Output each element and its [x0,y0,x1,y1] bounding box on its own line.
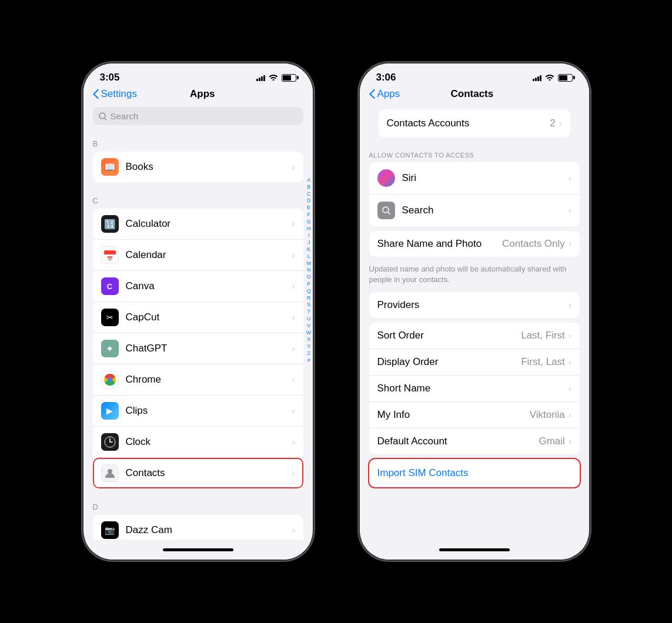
contacts-accounts-group: Contacts Accounts 2 › [369,109,580,138]
alpha-index[interactable]: A B C D E F G H I J K L M N O P Q R S T … [306,177,312,364]
app-icon-calculator: 🔢 [101,215,119,233]
contacts-item-siri[interactable]: Siri › [369,162,580,195]
wifi-icon [269,73,278,82]
home-indicator-1 [83,540,313,560]
status-time-2: 3:06 [376,72,396,83]
chevron-icon-share: › [569,239,571,249]
list-item-dazzcam[interactable]: 📷 Dazz Cam › [93,515,303,540]
app-label-capcut: CapCut [126,312,292,323]
chevron-icon-siri: › [569,173,571,183]
list-item-calculator[interactable]: 🔢 Calculator › [93,209,303,240]
search-bar[interactable]: Search [93,107,303,125]
app-label-chrome: Chrome [126,374,292,386]
status-bar-2: 3:06 [360,63,589,86]
list-item-clock[interactable]: Clock › [93,427,303,458]
chevron-icon: › [292,282,295,291]
providers-label: Providers [377,299,569,311]
list-group-d: 📷 Dazz Cam › 📄 Docs › Drive › [93,515,303,540]
list-item-capcut[interactable]: ✂ CapCut › [93,302,303,333]
home-indicator-2 [360,540,589,560]
app-icon-chatgpt: ✦ [101,340,119,357]
wifi-icon-2 [545,73,554,82]
signal-icon-2 [533,74,541,81]
app-icon-clock [101,433,119,451]
app-icon-dazz: 📷 [101,521,119,539]
contacts-item-my-info[interactable]: My Info Viktoriia › [369,402,580,428]
import-sim-label: Import SIM Contacts [377,467,469,478]
chevron-icon-search: › [569,206,571,215]
chevron-icon: › [292,313,295,322]
chevron-icon: › [292,344,295,353]
list-item-chrome[interactable]: Chrome › [93,364,303,396]
page-title-2: Contacts [365,88,579,100]
share-name-value: Contacts Only [502,238,565,250]
siri-label: Siri [402,172,569,184]
accounts-label: Contacts Accounts [387,118,550,129]
list-item-canva[interactable]: C Canva › [93,271,303,302]
ordering-group: Sort Order Last, First › Display Order F… [369,323,580,454]
list-group-c: 🔢 Calculator › 📅 Calendar › C Canva › ✂ … [93,209,303,488]
my-info-label: My Info [377,409,530,421]
contacts-item-short-name[interactable]: Short Name › [369,376,580,402]
status-icons-1 [256,73,296,82]
chevron-icon: › [292,162,295,172]
status-time-1: 3:05 [100,72,120,83]
contacts-item-search[interactable]: Search › [369,195,580,226]
contacts-item-share[interactable]: Share Name and Photo Contacts Only › [369,231,580,257]
list-item-calendar[interactable]: 📅 Calendar › [93,240,303,271]
contacts-item-display-order[interactable]: Display Order First, Last › [369,349,580,376]
list-item-chatgpt[interactable]: ✦ ChatGPT › [93,333,303,364]
status-bar-1: 3:05 [83,63,313,86]
chevron-icon: › [292,468,295,478]
chevron-icon-sort: › [569,331,571,340]
home-bar-2 [439,548,510,551]
contacts-item-providers[interactable]: Providers › [369,292,580,318]
battery-icon [282,74,296,82]
contacts-item-default-account[interactable]: Default Account Gmail › [369,428,580,454]
app-icon-canva: C [101,277,119,295]
app-icon-clips: ▶ [101,402,119,420]
list-item-contacts[interactable]: Contacts › [93,458,303,488]
chevron-icon-providers: › [569,300,571,310]
search-icon [99,112,107,120]
app-label-contacts: Contacts [126,467,292,479]
section-header-c: C [83,187,313,209]
display-order-value: First, Last [521,356,565,368]
app-label-calculator: Calculator [126,218,292,230]
chevron-icon-default: › [569,437,571,446]
page-title-1: Apps [102,88,303,100]
app-icon-chrome [101,371,119,388]
sort-order-label: Sort Order [377,330,521,341]
siri-icon [377,169,395,187]
status-icons-2 [533,73,573,82]
nav-bar-1: Settings Apps [83,86,313,105]
app-icon-calendar: 📅 [101,246,119,264]
contacts-accounts-item[interactable]: Contacts Accounts 2 › [379,109,570,138]
contacts-scroll: Contacts Accounts 2 › ALLOW CONTACTS TO … [360,105,589,540]
app-label-clips: Clips [126,405,292,417]
list-item-books[interactable]: 📖 Books › [93,152,303,182]
app-icon-capcut: ✂ [101,309,119,326]
display-order-label: Display Order [377,356,521,368]
search-label: Search [402,205,569,216]
search-placeholder: Search [111,111,139,121]
app-label-calendar: Calendar [126,249,292,261]
allow-access-header: ALLOW CONTACTS TO ACCESS [360,142,589,162]
phone-2: 3:06 App [360,63,589,560]
list-item-clips[interactable]: ▶ Clips › [93,396,303,427]
import-sim-button[interactable]: Import SIM Contacts [369,459,580,487]
providers-group: Providers › [369,292,580,318]
svg-text:📅: 📅 [107,256,113,262]
section-header-b: B [83,130,313,152]
contacts-item-sort-order[interactable]: Sort Order Last, First › [369,323,580,349]
search-icon-gray [377,202,395,219]
my-info-value: Viktoriia [530,409,565,421]
app-label-canva: Canva [126,280,292,292]
chevron-icon: › [292,406,295,416]
chevron-icon-accounts: › [559,119,562,128]
svg-point-8 [108,378,112,382]
home-bar-1 [163,548,233,551]
list-group-b: 📖 Books › [93,152,303,182]
accounts-value: 2 [550,118,555,129]
app-icon-contacts [101,464,119,482]
